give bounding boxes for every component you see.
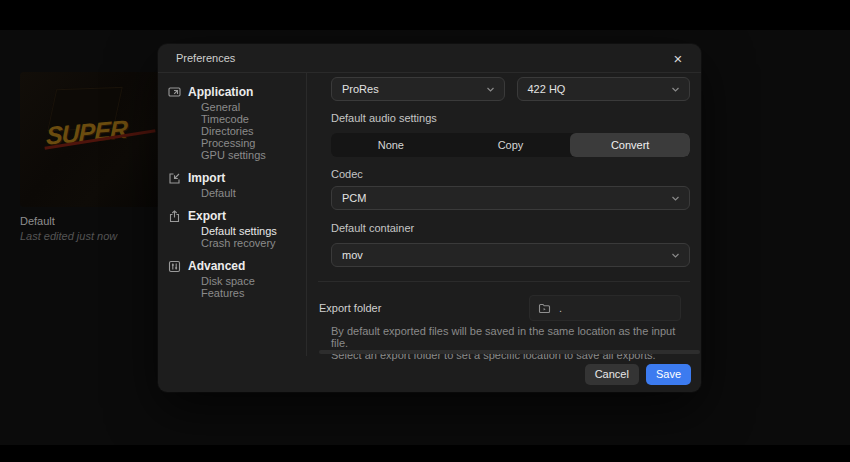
cancel-button[interactable]: Cancel — [585, 364, 639, 385]
close-icon[interactable]: × — [669, 49, 687, 67]
dialog-titlebar: Preferences × — [158, 44, 701, 73]
sidebar-item-import-default[interactable]: Default — [201, 187, 298, 199]
sidebar-item-export-default-settings[interactable]: Default settings — [201, 225, 298, 237]
chevron-down-icon — [670, 84, 681, 95]
preferences-dialog: Preferences × Application — [158, 44, 701, 392]
video-format-select[interactable]: ProRes — [331, 77, 505, 101]
video-format-value: ProRes — [342, 83, 485, 95]
app-window: SUPER Default Last edited just now Prefe… — [0, 0, 850, 462]
export-folder-value: . — [559, 302, 562, 314]
audio-settings-segmented-control: None Copy Convert — [331, 133, 690, 157]
sidebar-item-general[interactable]: General — [201, 101, 298, 113]
codec-label: Codec — [331, 168, 690, 180]
sidebar-label-import: Import — [188, 172, 225, 185]
codec-value: PCM — [342, 192, 670, 204]
export-folder-picker[interactable]: . — [529, 295, 681, 321]
sidebar-item-application[interactable]: Application — [168, 86, 298, 99]
sidebar-label-advanced: Advanced — [188, 260, 245, 273]
export-folder-row: Export folder . — [319, 295, 690, 321]
save-button[interactable]: Save — [646, 364, 691, 385]
dialog-body: Application General Timecode Directories… — [158, 73, 701, 356]
sidebar-item-directories[interactable]: Directories — [201, 125, 298, 137]
project-title: Default — [20, 215, 160, 227]
sidebar-item-features[interactable]: Features — [201, 287, 298, 299]
video-format-row: ProRes 422 HQ — [331, 77, 690, 101]
import-icon — [168, 172, 181, 185]
sidebar-label-application: Application — [188, 86, 253, 99]
chevron-down-icon — [670, 193, 681, 204]
video-quality-value: 422 HQ — [528, 83, 671, 95]
content-footer-divider — [319, 350, 700, 354]
preferences-sidebar: Application General Timecode Directories… — [158, 73, 307, 356]
sidebar-item-crash-recovery[interactable]: Crash recovery — [201, 237, 298, 249]
project-last-edited: Last edited just now — [20, 230, 160, 242]
sidebar-group-advanced: Advanced Disk space Features — [168, 260, 298, 299]
sidebar-item-disk-space[interactable]: Disk space — [201, 275, 298, 287]
export-icon — [168, 210, 181, 223]
section-divider — [318, 281, 690, 282]
sidebar-label-export: Export — [188, 210, 226, 223]
codec-select[interactable]: PCM — [331, 186, 690, 210]
application-icon — [168, 86, 181, 99]
project-thumbnail[interactable]: SUPER — [20, 72, 160, 207]
audio-option-convert[interactable]: Convert — [570, 133, 690, 157]
export-folder-description-line1: By default exported files will be saved … — [331, 325, 690, 349]
dialog-footer: Cancel Save — [158, 356, 701, 392]
chevron-down-icon — [670, 250, 681, 261]
sidebar-group-export: Export Default settings Crash recovery — [168, 210, 298, 249]
container-select[interactable]: mov — [331, 243, 690, 267]
sidebar-group-application: Application General Timecode Directories… — [168, 86, 298, 161]
audio-option-copy[interactable]: Copy — [451, 133, 571, 157]
sidebar-item-export[interactable]: Export — [168, 210, 298, 223]
export-folder-label: Export folder — [319, 302, 381, 314]
project-card[interactable]: SUPER Default Last edited just now — [20, 72, 160, 242]
folder-icon — [538, 302, 551, 315]
sidebar-item-gpu-settings[interactable]: GPU settings — [201, 149, 298, 161]
sidebar-item-advanced[interactable]: Advanced — [168, 260, 298, 273]
sidebar-group-import: Import Default — [168, 172, 298, 199]
dialog-title: Preferences — [176, 52, 235, 64]
sidebar-item-timecode[interactable]: Timecode — [201, 113, 298, 125]
audio-option-none[interactable]: None — [331, 133, 451, 157]
video-quality-select[interactable]: 422 HQ — [517, 77, 691, 101]
export-settings-panel: ProRes 422 HQ Default audio settings — [307, 73, 701, 356]
advanced-icon — [168, 260, 181, 273]
container-label: Default container — [331, 222, 690, 234]
container-value: mov — [342, 249, 670, 261]
sidebar-item-processing[interactable]: Processing — [201, 137, 298, 149]
chevron-down-icon — [485, 84, 496, 95]
audio-settings-label: Default audio settings — [331, 112, 690, 124]
sidebar-item-import[interactable]: Import — [168, 172, 298, 185]
